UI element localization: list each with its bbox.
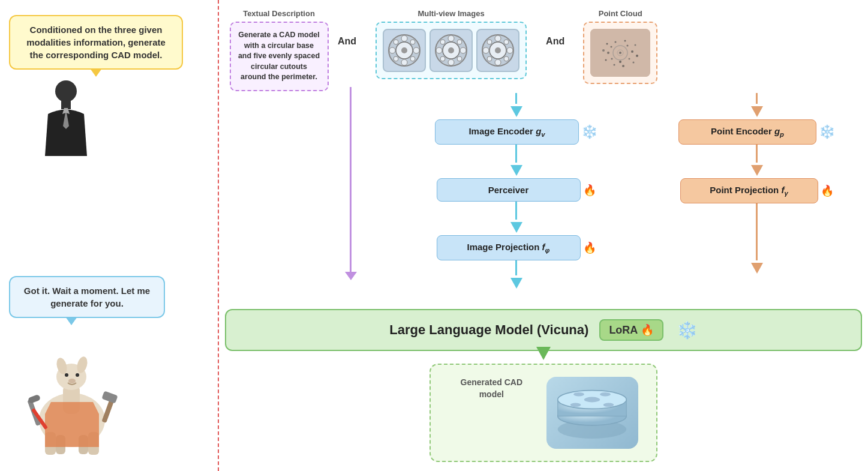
and-label-2: And (541, 36, 569, 47)
svg-point-83 (603, 403, 614, 407)
arrow-p1 (751, 106, 763, 117)
person-svg (36, 78, 96, 156)
bubble-top: Conditioned on the three given modalitie… (9, 15, 183, 70)
point-encoder-box: Point Encoder gp (678, 119, 816, 145)
llama-svg (15, 342, 129, 456)
svg-point-25 (401, 59, 407, 65)
svg-point-9 (65, 373, 68, 377)
pointcloud-label: Point Cloud (599, 9, 642, 18)
svg-point-64 (624, 40, 626, 42)
gear-image-3 (476, 29, 519, 72)
svg-point-35 (448, 35, 454, 41)
llama-figure (12, 339, 132, 459)
svg-point-66 (636, 55, 638, 57)
svg-point-57 (627, 45, 629, 47)
image-processing-path: Image Encoder gv ❄️ Perceiver 🔥 Image Pr… (435, 93, 597, 291)
textual-desc-wrapper: Textual Description Generate a CAD model… (225, 9, 333, 91)
vline-3 (515, 202, 517, 220)
svg-point-41 (457, 40, 462, 44)
perceiver-label: Perceiver (488, 185, 529, 195)
vline-p2 (756, 145, 758, 163)
svg-point-70 (605, 59, 607, 61)
svg-point-61 (611, 58, 613, 60)
gear-image-1 (383, 29, 426, 72)
svg-point-37 (436, 47, 442, 53)
svg-point-27 (413, 47, 419, 53)
output-box: Generated CAD model (430, 364, 657, 462)
svg-point-53 (487, 56, 492, 61)
svg-point-63 (615, 41, 617, 43)
snowflake-1: ❄️ (581, 124, 597, 140)
purple-arrow (350, 87, 352, 273)
bubble-top-text: Conditioned on the three given modalitie… (26, 25, 166, 60)
cad-render (546, 377, 638, 449)
svg-point-71 (602, 49, 605, 52)
perceiver-box: Perceiver (437, 178, 581, 202)
snowflake-llm: ❄️ (677, 320, 698, 340)
svg-point-52 (504, 40, 509, 44)
svg-point-24 (401, 35, 407, 41)
point-projection-label: Point Projection fγ (710, 185, 788, 195)
svg-point-31 (394, 56, 398, 61)
svg-point-48 (483, 47, 489, 53)
fire-2: 🔥 (583, 241, 596, 254)
svg-point-82 (570, 403, 581, 407)
svg-point-72 (606, 43, 608, 45)
output-section: Generated CAD model (339, 347, 748, 462)
svg-point-80 (573, 392, 584, 397)
svg-point-79 (584, 397, 600, 403)
bubble-bottom-text: Got it. Wait a moment. Let me generate f… (24, 286, 150, 308)
arrow-1 (510, 106, 522, 117)
image-projection-label: Image Projection fφ (467, 242, 550, 252)
svg-point-34 (448, 47, 454, 53)
pointcloud-wrapper: Point Cloud (569, 9, 671, 84)
and-label-1: And (333, 36, 361, 47)
svg-point-23 (401, 47, 407, 53)
perceiver-row: Perceiver 🔥 (437, 178, 596, 202)
pointcloud-svg (590, 29, 650, 77)
svg-point-51 (504, 56, 509, 61)
arrow-p3 (751, 263, 763, 274)
gear-svg-1 (386, 32, 422, 68)
svg-point-81 (600, 392, 611, 397)
svg-point-58 (631, 50, 633, 53)
gear-svg-3 (480, 32, 516, 68)
multiview-box (376, 22, 527, 79)
fire-1: 🔥 (583, 184, 596, 197)
output-label: Generated CAD model (449, 377, 534, 400)
llm-title: Large Language Model (Vicuna) (389, 322, 588, 338)
vline-p3 (756, 203, 758, 260)
image-projection-row: Image Projection fφ 🔥 (437, 235, 596, 260)
svg-point-68 (622, 65, 624, 67)
svg-point-67 (633, 62, 635, 64)
multiview-wrapper: Multi-view Images (361, 9, 541, 79)
svg-rect-1 (61, 101, 71, 109)
multiview-label: Multi-view Images (418, 9, 484, 18)
vline-p1 (756, 93, 758, 104)
vline-2 (515, 145, 517, 163)
image-projection-box: Image Projection fφ (437, 235, 581, 260)
encoder-row: Image Encoder gv ❄️ (435, 119, 597, 145)
cad-svg (550, 380, 634, 446)
arrow-3 (510, 222, 522, 233)
svg-point-26 (389, 47, 395, 53)
svg-point-30 (410, 40, 415, 44)
svg-point-36 (448, 59, 454, 65)
svg-point-0 (55, 80, 77, 102)
point-encoder-row: Point Encoder gp ❄️ (678, 119, 835, 145)
fire-3: 🔥 (821, 184, 834, 197)
bubble-bottom: Got it. Wait a moment. Let me generate f… (9, 276, 165, 318)
svg-point-40 (457, 56, 462, 61)
textual-desc-label: Textual Description (243, 9, 315, 18)
llm-bar: Large Language Model (Vicuna) LoRA 🔥 ❄️ (225, 309, 862, 351)
person-figure (36, 78, 96, 162)
svg-point-45 (495, 47, 501, 53)
point-encoder-label: Point Encoder gp (711, 126, 784, 136)
svg-point-59 (629, 58, 630, 60)
point-projection-row: Point Projection fγ 🔥 (680, 178, 834, 203)
gear-image-2 (430, 29, 473, 72)
arrow-2 (510, 165, 522, 176)
lora-label: LoRA 🔥 (609, 324, 653, 336)
arrow-4 (510, 278, 522, 289)
svg-point-69 (614, 64, 615, 66)
